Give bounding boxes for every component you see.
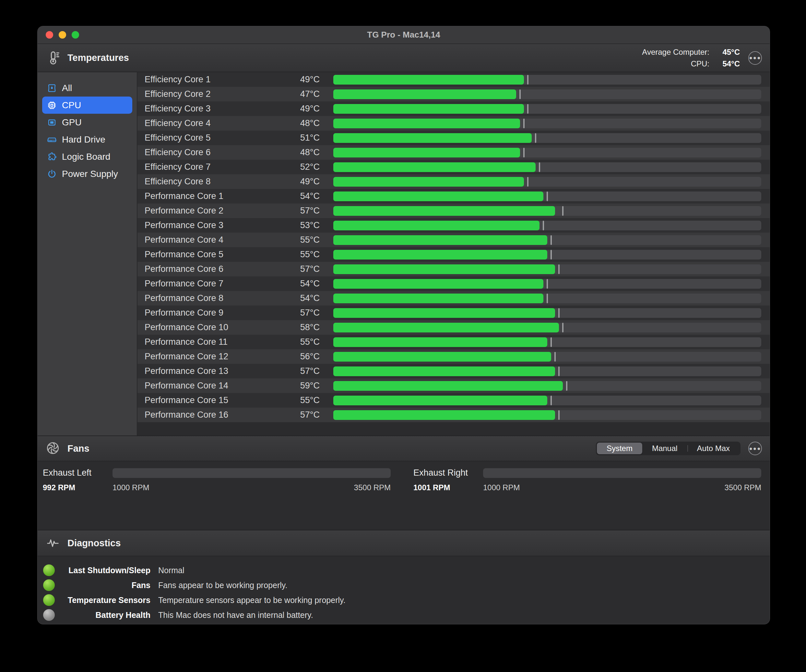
sensor-name: Performance Core 14 [137, 381, 284, 391]
temperature-bar-fill [333, 366, 555, 376]
fans-menu-button[interactable]: ●●● [748, 441, 762, 455]
sidebar-item-power-supply[interactable]: Power Supply [42, 165, 132, 183]
harddrive-icon [47, 135, 57, 145]
temperature-bar-fill [333, 162, 535, 172]
fan-current-rpm: 992 RPM [43, 483, 112, 492]
fan-mode-manual[interactable]: Manual [642, 443, 687, 454]
sensor-name: Performance Core 9 [137, 308, 284, 318]
temperature-bar-track [333, 162, 761, 172]
temperature-bar-track [333, 221, 761, 231]
temperature-bar-track [333, 279, 761, 289]
diagnostic-value: This Mac does not have an internal batte… [158, 610, 313, 620]
sensor-row: Performance Core 1657°C [137, 408, 770, 422]
temperature-max-tick [547, 191, 548, 201]
power-icon [47, 169, 57, 179]
temperature-max-tick [550, 250, 552, 260]
temperature-max-tick [558, 308, 560, 318]
sensor-row: Efficiency Core 247°C [137, 87, 770, 101]
mac-icon [47, 83, 57, 93]
temperature-max-tick [523, 148, 525, 158]
sensor-row: Efficiency Core 551°C [137, 130, 770, 145]
sensor-row: Efficiency Core 349°C [137, 101, 770, 116]
sensor-temperature: 54°C [284, 293, 320, 303]
sensor-name: Performance Core 2 [137, 206, 284, 216]
sensor-temperature: 59°C [284, 381, 320, 391]
sensor-temperature: 52°C [284, 162, 320, 172]
sensor-name: Efficiency Core 5 [137, 133, 284, 143]
sensor-name: Performance Core 11 [137, 337, 284, 347]
sensor-name: Efficiency Core 4 [137, 118, 284, 128]
sidebar-item-gpu[interactable]: GPU [42, 114, 132, 131]
sensor-name: Performance Core 5 [137, 249, 284, 260]
diagnostics-body: Last Shutdown/SleepNormalFansFans appear… [38, 556, 770, 624]
fan-current-rpm: 1001 RPM [413, 483, 483, 492]
temperature-bar-track [333, 395, 761, 405]
temperature-bar-fill [333, 337, 547, 347]
sensor-row: Performance Core 1459°C [137, 379, 770, 393]
temperature-max-tick [527, 75, 529, 84]
fan-name: Exhaust Right [413, 468, 483, 478]
sensor-temperature: 49°C [284, 176, 320, 187]
sensor-temperature: 53°C [284, 220, 320, 231]
sensor-list: Efficiency Core 149°CEfficiency Core 247… [137, 72, 770, 435]
sensor-name: Performance Core 6 [137, 264, 284, 274]
sensor-temperature: 54°C [284, 278, 320, 289]
temperature-bar-track [333, 250, 761, 260]
temperature-bar-fill [333, 323, 559, 333]
temperature-bar-track [333, 89, 761, 99]
titlebar[interactable]: TG Pro - Mac14,14 [38, 26, 770, 44]
temperature-bar-track [333, 366, 761, 376]
cpu-temp-value: 54°C [715, 59, 740, 68]
diagnostic-label: Fans [58, 581, 150, 590]
sidebar-item-logic-board[interactable]: Logic Board [42, 148, 132, 165]
sensor-name: Efficiency Core 8 [137, 176, 284, 187]
temperature-bar-track [333, 148, 761, 158]
temperature-max-tick [523, 119, 525, 128]
sensor-name: Performance Core 13 [137, 366, 284, 376]
sensor-temperature: 55°C [284, 395, 320, 405]
temperature-summary: Average Computer: 45°C CPU: 54°C [642, 48, 740, 68]
sensor-row: Performance Core 154°C [137, 189, 770, 203]
sidebar-item-cpu[interactable]: CPU [42, 97, 132, 114]
desktop-background: TG Pro - Mac14,14 Temperatures Average C… [0, 0, 806, 672]
cpu-temp-label: CPU: [642, 59, 709, 68]
temperature-max-tick [527, 177, 529, 187]
temperature-bar-fill [333, 177, 524, 187]
sidebar-item-all[interactable]: All [42, 79, 132, 97]
window-title: TG Pro - Mac14,14 [38, 30, 770, 40]
fan-speed-track [483, 468, 761, 478]
temperature-max-tick [547, 293, 548, 303]
temperature-bar-track [333, 104, 761, 114]
sensor-name: Performance Core 1 [137, 191, 284, 201]
temperature-bar-track [333, 133, 761, 143]
status-dot-ok [43, 565, 55, 576]
app-window: TG Pro - Mac14,14 Temperatures Average C… [37, 26, 770, 624]
temperatures-title: Temperatures [68, 53, 129, 63]
temperature-bar-track [333, 337, 761, 347]
temperature-max-tick [535, 133, 536, 143]
temperature-max-tick [562, 323, 563, 333]
temperatures-menu-button[interactable]: ●●● [748, 51, 762, 65]
fan-mode-auto-max[interactable]: Auto Max [687, 443, 740, 454]
sidebar-item-label: Logic Board [62, 152, 110, 162]
sensor-name: Performance Core 15 [137, 395, 284, 405]
sensor-temperature: 48°C [284, 147, 320, 158]
logicboard-icon [47, 152, 57, 162]
temperature-max-tick [566, 381, 567, 391]
sensor-row: Performance Core 353°C [137, 218, 770, 233]
fan-mode-segmented-control: SystemManualAuto Max [596, 441, 740, 455]
temperature-bar-track [333, 235, 761, 245]
sidebar-item-hard-drive[interactable]: Hard Drive [42, 131, 132, 148]
fan-mode-system[interactable]: System [597, 443, 642, 454]
sensor-temperature: 57°C [284, 206, 320, 216]
temperature-bar-track [333, 293, 761, 303]
sensor-row: Performance Core 957°C [137, 306, 770, 320]
temperature-bar-fill [333, 279, 543, 289]
temperature-max-tick [519, 89, 521, 99]
sensor-row: Performance Core 455°C [137, 233, 770, 247]
temperature-max-tick [547, 279, 548, 289]
sensor-temperature: 57°C [284, 410, 320, 420]
temperature-max-tick [558, 264, 560, 274]
sensor-row: Efficiency Core 752°C [137, 160, 770, 174]
pulse-icon [45, 535, 61, 551]
